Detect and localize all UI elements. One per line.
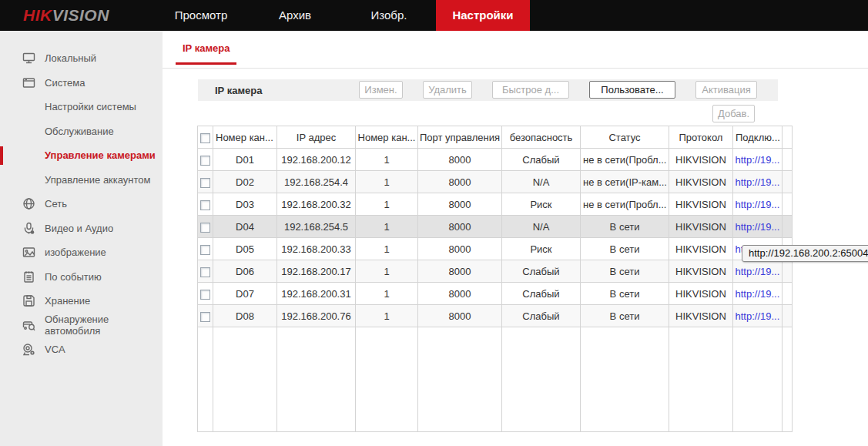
device-link[interactable]: http://19...: [736, 154, 780, 166]
row-checkbox[interactable]: [200, 200, 210, 210]
quick-add-button[interactable]: Быстрое д...: [492, 81, 569, 99]
camera-row-D08[interactable]: D08192.168.200.7618000СлабыйВ сетиHIKVIS…: [198, 305, 793, 327]
column-header-extra: [782, 126, 792, 149]
nav-item-picture[interactable]: Изобр.: [342, 0, 436, 31]
sidebar-item-label: изображение: [45, 246, 106, 258]
custom-protocol-button[interactable]: Пользовате...: [589, 81, 675, 99]
row-checkbox-cell: [198, 260, 213, 283]
vehicle-detection-icon: [22, 319, 35, 332]
delete-button[interactable]: Удалить: [423, 81, 472, 99]
extra-cell: [782, 193, 792, 216]
globe-icon: [22, 197, 35, 210]
sidebar-item-label: Сеть: [45, 198, 67, 210]
camera-row-D02[interactable]: D02192.168.254.418000N/Aне в сети(IP-кам…: [198, 171, 793, 193]
extra-cell: [782, 216, 792, 238]
sidebar-item-local[interactable]: Локальный: [0, 46, 163, 71]
add-button[interactable]: Добав.: [712, 105, 755, 122]
sidebar-item-network[interactable]: Сеть: [0, 192, 163, 216]
row-checkbox-cell: [198, 238, 213, 260]
sidebar-item-event[interactable]: По событию: [0, 265, 163, 290]
port-cell: 8000: [418, 260, 502, 283]
connect-cell: http://19...: [732, 260, 782, 283]
column-header-protocol: Протокол: [669, 126, 732, 149]
sidebar-item-system-settings[interactable]: Настройки системы: [0, 95, 163, 119]
ip-cell: 192.168.200.12: [277, 149, 356, 171]
ip-cell: 192.168.200.33: [277, 238, 356, 260]
modify-button[interactable]: Измен.: [359, 81, 403, 99]
sidebar-item-camera-management[interactable]: Управление камерами: [0, 143, 163, 168]
camera-row-D05[interactable]: D05192.168.200.3318000РискВ сетиHIKVISIO…: [198, 238, 793, 260]
device-link[interactable]: http://19...: [736, 199, 780, 210]
row-checkbox-cell: [198, 283, 213, 305]
ip-camera-table: Номер кан...IP адресНомер кан...Порт упр…: [197, 126, 793, 432]
camera-row-D03[interactable]: D03192.168.200.3218000Рискне в сети(Проб…: [198, 193, 793, 216]
sidebar-item-label: Управление аккаунтом: [45, 174, 151, 186]
row-checkbox[interactable]: [200, 290, 210, 300]
device-link[interactable]: http://19...: [736, 266, 780, 277]
ip-cell: 192.168.200.76: [277, 305, 356, 327]
select-all-checkbox[interactable]: [200, 133, 210, 143]
sidebar-item-storage[interactable]: Хранение: [0, 289, 163, 314]
status-cell: В сети: [581, 260, 669, 283]
channel-cell: D05: [213, 238, 277, 260]
connect-cell: http://19...: [732, 216, 782, 238]
content: IP камера IP камера Измен.УдалитьБыстрое…: [163, 31, 868, 446]
column-header-security: безопасность: [502, 126, 581, 149]
tab-ip-camera[interactable]: IP камера: [176, 42, 236, 65]
ip-cell: 192.168.200.32: [277, 193, 356, 216]
device-link[interactable]: http://19...: [736, 176, 780, 188]
nav-item-settings[interactable]: Настройки: [436, 0, 530, 31]
row-checkbox[interactable]: [200, 156, 210, 166]
protocol-cell: HIKVISION: [669, 171, 732, 193]
sidebar-item-maintenance[interactable]: Обслуживание: [0, 119, 163, 144]
device-link[interactable]: http://19...: [736, 288, 780, 300]
protocol-cell: HIKVISION: [669, 193, 732, 216]
row-checkbox[interactable]: [200, 178, 210, 188]
monitor-icon: [22, 52, 35, 65]
sidebar-item-vca[interactable]: VCA: [0, 337, 163, 362]
sidebar-item-system[interactable]: Система: [0, 71, 163, 96]
port-cell: 8000: [418, 283, 502, 305]
camera-row-D06[interactable]: D06192.168.200.1718000СлабыйВ сетиHIKVIS…: [198, 260, 793, 283]
extra-cell: [782, 283, 792, 305]
protocol-cell: HIKVISION: [669, 216, 732, 238]
hikvision-logo: HIKVISION: [23, 6, 109, 25]
protocol-cell: HIKVISION: [669, 238, 732, 260]
device-link[interactable]: http://19...: [736, 221, 780, 233]
activation-button[interactable]: Активация: [695, 81, 757, 99]
row-checkbox[interactable]: [200, 245, 210, 255]
channel-no-cell: 1: [356, 149, 418, 171]
row-checkbox-cell: [198, 149, 213, 171]
connect-cell: http://19...: [732, 171, 782, 193]
row-checkbox[interactable]: [200, 267, 210, 277]
row-checkbox[interactable]: [200, 312, 210, 322]
sidebar-item-label: Локальный: [45, 52, 96, 64]
security-cell: Риск: [502, 238, 581, 260]
camera-row-D01[interactable]: D01192.168.200.1218000Слабыйне в сети(Пр…: [198, 149, 793, 171]
image-icon: [22, 246, 35, 259]
connect-cell: http://19...: [732, 283, 782, 305]
top-nav: ПросмотрАрхивИзобр.Настройки: [154, 0, 530, 31]
security-cell: Слабый: [502, 260, 581, 283]
device-link[interactable]: http://19...: [736, 310, 780, 322]
row-checkbox[interactable]: [200, 223, 210, 233]
nav-item-playback[interactable]: Архив: [248, 0, 342, 31]
camera-row-D04[interactable]: D04192.168.254.518000N/AВ сетиHIKVISIONh…: [198, 216, 793, 238]
sidebar-item-label: Настройки системы: [45, 101, 136, 112]
empty-filler-row: [198, 327, 793, 432]
sidebar: ЛокальныйСистемаНастройки системыОбслужи…: [0, 31, 163, 446]
port-cell: 8000: [418, 149, 502, 171]
sidebar-item-video-audio[interactable]: Видео и Аудио: [0, 216, 163, 241]
extra-cell: [782, 305, 792, 327]
sidebar-item-account-management[interactable]: Управление аккаунтом: [0, 168, 163, 193]
sidebar-item-label: Хранение: [45, 295, 90, 307]
port-cell: 8000: [418, 171, 502, 193]
extra-cell: [782, 171, 792, 193]
sidebar-item-image[interactable]: изображение: [0, 240, 163, 265]
channel-cell: D06: [213, 260, 277, 283]
sidebar-item-vehicle-detection[interactable]: Обнаружение автомобиля: [0, 314, 163, 338]
camera-row-D07[interactable]: D07192.168.200.3118000СлабыйВ сетиHIKVIS…: [198, 283, 793, 305]
table-header-row: Номер кан...IP адресНомер кан...Порт упр…: [198, 126, 793, 149]
nav-item-view[interactable]: Просмотр: [154, 0, 248, 31]
column-header-status: Статус: [581, 126, 669, 149]
